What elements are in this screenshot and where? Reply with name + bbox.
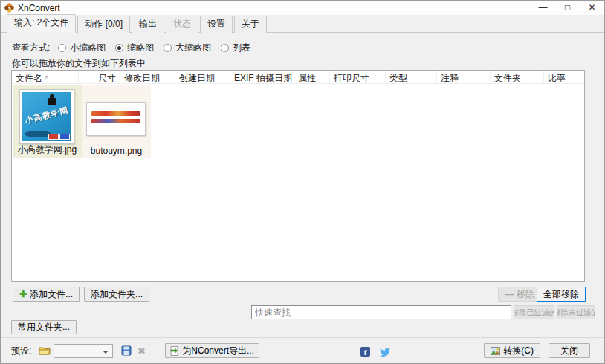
column-header-modified[interactable]: 修改日期 xyxy=(120,71,175,83)
preset-label: 预设: xyxy=(11,345,31,357)
window-controls: — □ ✕ xyxy=(531,1,604,15)
remove-label: 移除 xyxy=(517,288,534,301)
tab-about[interactable]: 关于 xyxy=(234,16,267,33)
radio-list-label: 列表 xyxy=(233,42,250,54)
column-header-comment[interactable]: 注释 xyxy=(437,71,491,83)
maximize-button[interactable]: □ xyxy=(555,1,580,15)
window-title: XnConvert xyxy=(18,3,60,13)
minus-icon: — xyxy=(505,289,514,299)
column-header-ratio[interactable]: 比率 xyxy=(544,71,584,83)
add-buttons-row: ✚ 添加文件... 添加文件夹... xyxy=(13,287,149,302)
delete-preset-button: ✖ xyxy=(134,344,149,358)
radio-small-thumbnails[interactable]: 小缩略图 xyxy=(58,42,106,54)
figure-body-shape xyxy=(48,98,56,105)
radio-list[interactable]: 列表 xyxy=(221,42,250,54)
radio-thumbnails[interactable]: 缩略图 xyxy=(115,42,154,54)
sort-ascending-icon: ˄ xyxy=(45,74,48,81)
open-preset-folder-button[interactable] xyxy=(37,344,52,358)
radio-checked-icon xyxy=(115,44,123,52)
tab-bar: 输入: 2个文件 动作 [0/0] 输出 状态 设置 关于 xyxy=(1,19,604,33)
remove-all-button[interactable]: 全部移除 xyxy=(537,287,586,302)
view-mode-label: 查看方式: xyxy=(12,42,50,54)
save-preset-button[interactable] xyxy=(119,344,134,358)
remove-button: — 移除 xyxy=(498,287,541,302)
file-list-panel[interactable]: 文件名˄ 尺寸 修改日期 创建日期 EXIF 拍摄日期 属性 打印尺寸 类型 注… xyxy=(11,70,585,282)
radio-small-thumbnails-label: 小缩略图 xyxy=(70,42,106,54)
shadow-shape xyxy=(25,131,51,137)
view-mode-row: 查看方式: 小缩略图 缩略图 大缩略图 列表 xyxy=(12,42,250,54)
thumbnail-image-1: 小高教学网 xyxy=(22,92,71,141)
tab-actions[interactable]: 动作 [0/0] xyxy=(77,16,130,33)
remove-filtered-label: 移除已过滤的 xyxy=(514,308,554,318)
file-name-1: 小高教学网.jpg xyxy=(13,143,82,156)
common-folders-label: 常用文件夹... xyxy=(18,321,70,334)
app-logo-icon xyxy=(4,3,14,13)
convert-image-icon xyxy=(491,347,500,355)
file-name-2: butouym.png xyxy=(82,146,151,156)
export-nconvert-label: 为NConvert导出... xyxy=(182,345,254,357)
quick-search-input[interactable] xyxy=(251,305,511,319)
remove-unfiltered-label: 移除未过滤的 xyxy=(557,308,595,318)
close-button[interactable]: 关闭 xyxy=(549,343,590,358)
column-header-filename-label: 文件名 xyxy=(16,73,42,83)
radio-large-thumbnails-label: 大缩略图 xyxy=(175,42,211,54)
convert-button[interactable]: 转换(C) xyxy=(484,343,540,358)
common-folders-button[interactable]: 常用文件夹... xyxy=(11,320,77,334)
convert-label: 转换(C) xyxy=(503,345,534,357)
thumbnail-text: 小高教学网 xyxy=(22,104,71,126)
column-header-exif-date[interactable]: EXIF 拍摄日期 xyxy=(230,71,294,83)
preset-dropdown[interactable] xyxy=(54,344,113,358)
radio-thumbnails-label: 缩略图 xyxy=(127,42,154,54)
table-header: 文件名˄ 尺寸 修改日期 创建日期 EXIF 拍摄日期 属性 打印尺寸 类型 注… xyxy=(12,71,584,84)
titlebar: XnConvert — □ ✕ xyxy=(1,1,604,15)
thumbnail-grid: 小高教学网 小高教学网.jpg butouym.png xyxy=(12,84,584,158)
close-window-button[interactable]: ✕ xyxy=(580,1,604,15)
remove-filtered-button: 移除已过滤的 xyxy=(514,305,554,319)
chevron-down-icon xyxy=(103,351,109,354)
thumbnail-frame: 小高教学网 xyxy=(19,89,74,144)
thumbnail-text-strip xyxy=(91,119,140,123)
bottom-right-buttons: 转换(C) 关闭 xyxy=(484,343,590,358)
facebook-icon[interactable]: f xyxy=(360,347,370,357)
plus-icon: ✚ xyxy=(19,290,27,298)
radio-icon xyxy=(58,44,66,52)
tab-output[interactable]: 输出 xyxy=(132,16,164,33)
column-header-size[interactable]: 尺寸 xyxy=(79,71,120,83)
radio-icon xyxy=(164,44,172,52)
add-files-button[interactable]: ✚ 添加文件... xyxy=(13,287,80,302)
bottom-bar: 预设: ✖ 为NConvert导出... xyxy=(1,337,604,363)
minimize-button[interactable]: — xyxy=(531,1,555,15)
tab-settings[interactable]: 设置 xyxy=(200,16,233,33)
thumbnail-badges xyxy=(48,134,70,140)
thumbnail-text-strip xyxy=(91,111,140,116)
delete-x-icon: ✖ xyxy=(138,345,146,357)
column-header-print-size[interactable]: 打印尺寸 xyxy=(330,71,386,83)
red-badge xyxy=(48,134,59,140)
export-nconvert-button[interactable]: 为NConvert导出... xyxy=(165,343,259,358)
column-header-filename[interactable]: 文件名˄ xyxy=(12,71,79,83)
column-header-created[interactable]: 创建日期 xyxy=(175,71,230,83)
remove-all-label: 全部移除 xyxy=(543,288,579,301)
drag-drop-hint: 你可以拖放你的文件到如下列表中 xyxy=(12,57,146,70)
remove-unfiltered-button: 移除未过滤的 xyxy=(557,305,595,319)
twitter-icon[interactable] xyxy=(379,347,390,357)
xnconvert-window: XnConvert — □ ✕ 输入: 2个文件 动作 [0/0] 输出 状态 … xyxy=(0,0,605,364)
file-item-1[interactable]: 小高教学网 小高教学网.jpg xyxy=(13,85,82,158)
add-folder-label: 添加文件夹... xyxy=(91,288,143,301)
column-header-folder[interactable]: 文件夹 xyxy=(491,71,544,83)
file-item-2[interactable]: butouym.png xyxy=(82,85,151,158)
radio-icon xyxy=(221,44,229,52)
column-header-attributes[interactable]: 属性 xyxy=(294,71,330,83)
blue-badge xyxy=(59,134,70,140)
tab-input[interactable]: 输入: 2个文件 xyxy=(7,14,76,33)
export-script-icon xyxy=(170,346,179,356)
column-header-type[interactable]: 类型 xyxy=(386,71,437,83)
tab-status: 状态 xyxy=(166,16,198,33)
thumbnail-frame xyxy=(86,102,146,136)
add-folder-button[interactable]: 添加文件夹... xyxy=(84,287,149,302)
add-files-label: 添加文件... xyxy=(30,288,73,301)
radio-large-thumbnails[interactable]: 大缩略图 xyxy=(164,42,211,54)
close-label: 关闭 xyxy=(560,345,578,357)
